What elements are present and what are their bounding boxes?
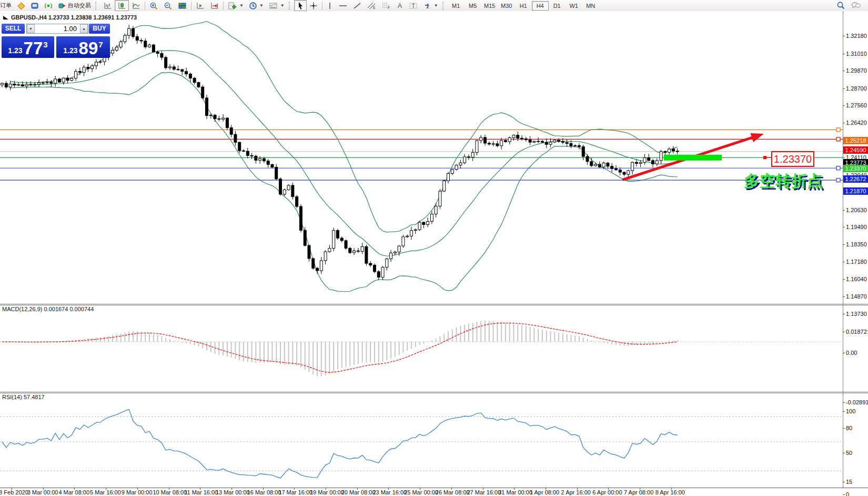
time-axis-tick — [420, 488, 420, 490]
arrows-caret-icon: ▼ — [434, 3, 438, 8]
time-axis-label: 13 Mar 00:00 — [216, 489, 250, 495]
rsi-axis-tick — [843, 494, 845, 495]
price-level-badge: 1.22672 — [843, 175, 868, 183]
chart-area: GBPUSD-,H4 1.23733 1.23838 1.23691 1.237… — [0, 11, 868, 496]
terminal-button[interactable] — [28, 0, 42, 11]
sell-price-sup: 3 — [43, 40, 47, 49]
rsi-axis-tick — [843, 411, 845, 412]
new-order-label: 新订单 — [0, 2, 12, 9]
price-axis-tick — [843, 296, 845, 297]
signal-button[interactable] — [42, 0, 55, 11]
line-chart-button[interactable] — [129, 0, 143, 11]
arrows-button[interactable]: ▼ — [421, 0, 441, 11]
chat-button[interactable] — [848, 0, 864, 11]
volume-up-button[interactable]: ▲ — [80, 24, 88, 33]
chart-shift-button[interactable] — [207, 0, 221, 11]
search-button[interactable] — [833, 0, 848, 11]
periods-button[interactable]: ▼ — [246, 0, 266, 11]
price-axis-label: 1.26420 — [846, 120, 867, 126]
timeframe-H4[interactable]: H4 — [532, 1, 549, 11]
pane-separator[interactable] — [0, 393, 868, 393]
chart-title-row: GBPUSD-,H4 1.23733 1.23838 1.23691 1.237… — [3, 14, 137, 21]
time-axis-tick — [483, 488, 483, 490]
toolbar-grip[interactable] — [442, 2, 446, 10]
zoom-in-button[interactable] — [147, 0, 161, 11]
price-axis-tick — [843, 227, 845, 227]
auto-scroll-button[interactable] — [193, 0, 207, 11]
time-axis-tick — [640, 488, 640, 490]
text-label-button[interactable]: T — [406, 0, 421, 11]
trendline-button[interactable] — [350, 0, 364, 11]
autotrading-button[interactable]: 自动交易 — [55, 0, 94, 11]
time-axis-label: 28 Feb 2020 — [0, 489, 28, 495]
chart-shift-icon — [210, 2, 219, 10]
buy-price-box[interactable]: 1.23 89 7 — [56, 36, 110, 58]
signal-icon — [44, 2, 53, 10]
time-axis-label: 11 Mar 16:00 — [184, 489, 218, 495]
time-axis-label: 25 Mar 00:00 — [404, 489, 438, 495]
crosshair-icon — [309, 2, 318, 10]
candlestick-chart-button[interactable] — [115, 0, 129, 11]
time-axis-label: 31 Mar 00:00 — [498, 489, 532, 495]
price-axis-label: 1.32180 — [846, 33, 867, 39]
bar-chart-button[interactable] — [100, 0, 115, 11]
price-annotation-box[interactable]: 1.23370 — [771, 151, 814, 167]
price-axis-label: 1.13730 — [846, 311, 867, 317]
auto-scroll-icon — [196, 2, 205, 10]
channel-button[interactable]: E — [364, 0, 379, 11]
price-axis-label: 1.28700 — [846, 85, 867, 92]
horizontal-line-button[interactable] — [336, 0, 350, 11]
terminal-icon — [31, 2, 39, 10]
text-button[interactable]: A — [393, 0, 406, 11]
price-axis-label: 1.17180 — [846, 259, 867, 265]
timeframe-D1[interactable]: D1 — [549, 1, 566, 11]
tile-windows-icon — [178, 2, 187, 10]
templates-icon — [269, 2, 278, 10]
pane-separator[interactable] — [0, 304, 868, 304]
cursor-button[interactable] — [294, 0, 307, 11]
toolbar-grip[interactable] — [95, 2, 99, 10]
timeframe-H1[interactable]: H1 — [515, 1, 532, 11]
timeframe-M30[interactable]: M30 — [498, 1, 515, 11]
price-level-badge: 1.24590 — [843, 146, 868, 154]
chart-title: GBPUSD-,H4 1.23733 1.23838 1.23691 1.237… — [11, 14, 137, 21]
time-axis-label: 20 Mar 08:00 — [341, 489, 376, 495]
indicators-button[interactable]: ▼ — [225, 0, 246, 11]
timeframe-MN[interactable]: MN — [582, 1, 599, 11]
timeframe-W1[interactable]: W1 — [566, 1, 582, 11]
toolbar-grip[interactable] — [289, 2, 292, 10]
macd-axis-label: -0.028913 — [846, 399, 868, 405]
time-axis-line — [0, 488, 868, 488]
fibonacci-button[interactable]: F — [379, 0, 393, 11]
time-axis-tick — [514, 488, 514, 490]
new-order-icon-button[interactable] — [14, 0, 28, 11]
timeframe-M15[interactable]: M15 — [481, 1, 498, 11]
tile-windows-button[interactable] — [175, 0, 189, 11]
templates-button[interactable]: ▼ — [266, 0, 287, 11]
crosshair-button[interactable] — [307, 0, 320, 11]
volume-value[interactable]: 1.00 — [35, 25, 80, 33]
new-order-button[interactable]: 新订单 — [0, 0, 14, 11]
timeframe-M1[interactable]: M1 — [448, 1, 465, 11]
price-level-badge: 1.21870 — [843, 187, 868, 195]
macd-axis-tick — [843, 402, 845, 403]
chart-canvas[interactable] — [0, 11, 868, 496]
timeframe-M5[interactable]: M5 — [465, 1, 481, 11]
price-axis-tick — [843, 210, 845, 211]
sell-price-box[interactable]: 1.23 77 3 — [2, 36, 54, 58]
channel-icon: E — [367, 2, 376, 10]
periods-icon — [249, 2, 257, 10]
time-axis-tick — [388, 488, 389, 490]
pane-separator[interactable] — [0, 392, 868, 392]
price-axis-tick — [843, 36, 845, 36]
vertical-line-button[interactable] — [324, 0, 336, 11]
text-icon: A — [396, 2, 403, 10]
rsi-axis-tick — [843, 428, 845, 429]
volume-down-button[interactable]: ▼ — [27, 24, 35, 33]
buy-button[interactable]: BUY — [89, 24, 110, 34]
sell-button[interactable]: SELL — [2, 24, 25, 34]
pane-separator[interactable] — [0, 305, 868, 305]
zoom-out-button[interactable] — [161, 0, 175, 11]
time-axis-label: 9 Mar 00:00 — [122, 489, 153, 495]
symbol-icon — [3, 15, 9, 20]
